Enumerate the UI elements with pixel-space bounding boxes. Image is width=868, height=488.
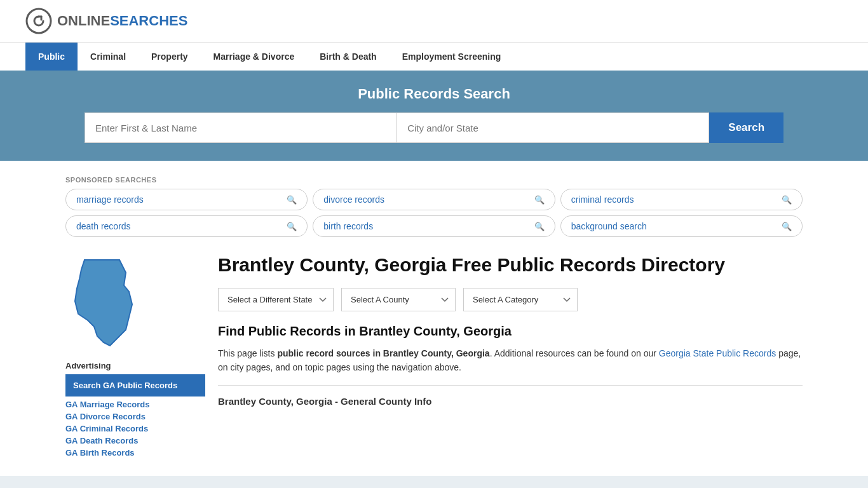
georgia-map <box>65 254 142 349</box>
sponsored-tag-background[interactable]: background search 🔍 <box>560 215 803 237</box>
sponsored-tag-label: divorce records <box>323 194 384 205</box>
sidebar-link-criminal[interactable]: GA Criminal Records <box>65 424 148 433</box>
logo-online: ONLINE <box>57 13 110 29</box>
search-icon-birth: 🔍 <box>534 222 545 231</box>
sidebar-link-marriage[interactable]: GA Marriage Records <box>65 400 149 409</box>
find-text-1: This page lists <box>218 348 277 358</box>
nav-employment[interactable]: Employment Screening <box>390 43 514 71</box>
search-banner: Public Records Search Search <box>0 71 868 161</box>
search-icon-death: 🔍 <box>287 222 297 231</box>
main-section: Brantley County, Georgia Free Public Rec… <box>218 254 803 459</box>
sponsored-tag-criminal[interactable]: criminal records 🔍 <box>560 189 803 210</box>
search-button[interactable]: Search <box>709 112 783 143</box>
section-subtitle: Brantley County, Georgia - General Count… <box>218 396 803 407</box>
section-divider <box>218 385 803 386</box>
main-content-wrapper: SPONSORED SEARCHES marriage records 🔍 di… <box>40 161 828 476</box>
logo-text: ONLINESEARCHES <box>57 13 187 29</box>
full-content: SPONSORED SEARCHES marriage records 🔍 di… <box>0 161 868 476</box>
sponsored-tag-label: criminal records <box>571 194 634 205</box>
sponsored-tag-divorce[interactable]: divorce records 🔍 <box>313 189 555 210</box>
logo-icon <box>25 8 52 34</box>
search-icon-background: 🔍 <box>782 222 792 231</box>
state-dropdown[interactable]: Select a Different State <box>218 288 334 311</box>
category-dropdown[interactable]: Select A Category <box>463 288 578 311</box>
sponsored-label: SPONSORED SEARCHES <box>65 176 803 184</box>
search-icon-criminal: 🔍 <box>782 195 792 205</box>
find-title: Find Public Records in Brantley County, … <box>218 324 803 339</box>
sponsored-tag-label: background search <box>571 221 647 231</box>
sidebar-link-death[interactable]: GA Death Records <box>65 436 138 445</box>
advertising-label: Advertising <box>65 361 205 370</box>
logo: ONLINESEARCHES <box>25 8 187 34</box>
search-icon-divorce: 🔍 <box>534 195 545 205</box>
find-link[interactable]: Georgia State Public Records <box>659 348 776 358</box>
search-form: Search <box>85 112 783 143</box>
content-layout: Advertising Search GA Public Records GA … <box>65 243 803 470</box>
search-banner-title: Public Records Search <box>25 86 843 102</box>
svg-point-0 <box>27 9 51 33</box>
sidebar-link-divorce[interactable]: GA Divorce Records <box>65 412 146 421</box>
find-text-2: . Additional resources can be found on o… <box>490 348 659 358</box>
sidebar-ad-box[interactable]: Search GA Public Records <box>65 374 205 396</box>
sidebar: Advertising Search GA Public Records GA … <box>65 254 205 459</box>
dropdowns-row: Select a Different State Select A County… <box>218 288 803 311</box>
sponsored-tag-label: birth records <box>323 221 373 231</box>
sidebar-link-birth[interactable]: GA Birth Records <box>65 448 135 458</box>
nav-property[interactable]: Property <box>139 43 201 71</box>
sponsored-tag-label: marriage records <box>76 194 144 205</box>
location-input[interactable] <box>397 112 709 143</box>
name-input[interactable] <box>85 112 397 143</box>
nav-marriage-divorce[interactable]: Marriage & Divorce <box>201 43 308 71</box>
sponsored-grid: marriage records 🔍 divorce records 🔍 cri… <box>65 189 803 237</box>
page-title: Brantley County, Georgia Free Public Rec… <box>218 254 803 276</box>
main-nav: Public Criminal Property Marriage & Divo… <box>0 42 868 71</box>
sponsored-tag-label: death records <box>76 221 131 231</box>
nav-criminal[interactable]: Criminal <box>78 43 139 71</box>
search-icon-marriage: 🔍 <box>287 195 297 205</box>
county-dropdown[interactable]: Select A County <box>341 288 456 311</box>
sponsored-tag-birth[interactable]: birth records 🔍 <box>313 215 555 237</box>
nav-public[interactable]: Public <box>25 43 78 71</box>
sidebar-links: GA Marriage Records GA Divorce Records G… <box>65 399 205 458</box>
find-text: This page lists public record sources in… <box>218 346 803 375</box>
logo-searches: SEARCHES <box>110 13 187 29</box>
find-text-bold: public record sources in Brantley County… <box>277 348 489 358</box>
header: ONLINESEARCHES <box>0 0 868 42</box>
sponsored-tag-marriage[interactable]: marriage records 🔍 <box>65 189 308 210</box>
sponsored-tag-death[interactable]: death records 🔍 <box>65 215 308 237</box>
nav-birth-death[interactable]: Birth & Death <box>307 43 389 71</box>
